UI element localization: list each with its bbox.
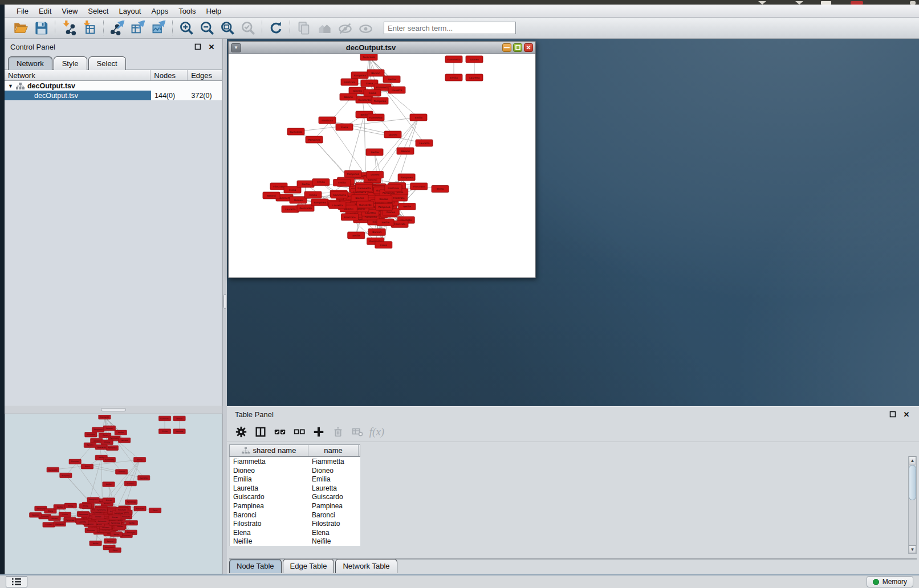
network-collection-icon [15,82,25,90]
svg-text:Filostrato: Filostrato [273,185,284,188]
col-nodes[interactable]: Nodes [151,70,188,80]
column-pane-icon[interactable] [251,423,270,440]
toolbar-separator [290,21,290,35]
maximize-window-icon[interactable] [513,43,522,52]
column-header-name[interactable]: name [308,445,359,456]
table-row[interactable]: Dioneo Dioneo [230,466,360,475]
zoom-out-icon[interactable] [197,19,217,36]
svg-text:Fiammetta: Fiammetta [447,58,460,61]
svg-text:Lauretta: Lauretta [332,204,343,207]
svg-text:Neifile: Neifile [371,151,379,154]
svg-text:Emilia: Emilia [68,505,73,507]
export-image-icon[interactable] [148,19,169,36]
search-input[interactable] [384,22,516,34]
table-row[interactable]: Fiammetta Fiammetta [230,457,360,466]
menu-apps[interactable]: Apps [147,5,174,17]
column-header-shared-name[interactable]: shared name [230,445,308,456]
float-table-panel-icon[interactable] [888,410,897,419]
tab-style[interactable]: Style [54,56,87,70]
scrollbar-thumb[interactable] [909,465,916,500]
svg-text:Emilia: Emilia [62,513,67,516]
menu-help[interactable]: Help [201,5,227,17]
tab-network[interactable]: Network [8,56,52,70]
tab-node-table[interactable]: Node Table [229,559,282,573]
export-table-icon[interactable] [128,19,148,36]
import-table-icon[interactable] [79,19,100,36]
scroll-down-icon[interactable]: ▼ [909,545,916,553]
minimize-window-icon[interactable]: — [502,43,511,52]
add-column-icon[interactable] [309,423,328,440]
birdseye-view[interactable]: FiammettaDioneoEmiliaLaurettaGuiscardoPa… [5,414,222,574]
export-network-icon[interactable] [107,19,128,36]
zoom-fit-icon[interactable] [217,19,238,36]
svg-text:Lauretta: Lauretta [469,76,479,79]
function-builder-icon: f(x) [367,423,387,440]
tree-caret-icon[interactable]: ▼ [5,83,15,89]
tab-edge-table[interactable]: Edge Table [283,559,335,573]
svg-text:Filostrato: Filostrato [344,216,356,219]
svg-text:Dioneo: Dioneo [95,516,101,518]
menu-tools[interactable]: Tools [173,5,201,17]
svg-text:Lauretta: Lauretta [419,142,429,145]
table-scrollbar[interactable]: ▲ ▼ [908,456,917,554]
table-row[interactable]: Neifile Neifile [230,537,360,546]
col-edges[interactable]: Edges [188,70,222,80]
settings-gear-icon[interactable] [231,423,251,440]
svg-text:Fiammetta: Fiammetta [376,86,389,89]
table-row[interactable]: Elena Elena [230,528,360,537]
table-row[interactable]: Emilia Emilia [230,475,360,484]
svg-text:Dioneo: Dioneo [176,418,182,420]
svg-text:Neifile: Neifile [352,234,360,237]
close-table-panel-icon[interactable]: ✕ [902,410,911,419]
import-network-icon[interactable] [59,19,79,36]
svg-text:Emilia: Emilia [104,441,109,443]
svg-text:Dioneo: Dioneo [294,199,302,202]
table-row[interactable]: Filostrato Filostrato [230,519,360,528]
refresh-layout-icon[interactable] [266,19,286,36]
svg-text:Pampinea: Pampinea [89,499,97,501]
svg-text:Dioneo: Dioneo [51,517,58,520]
window-menu-icon[interactable]: ▼ [231,43,241,52]
table-row[interactable]: Pampinea Pampinea [230,501,360,511]
svg-text:Guiscardo: Guiscardo [290,130,302,133]
svg-text:Emilia: Emilia [450,76,457,79]
network-child-label[interactable]: decOutput.tsv [5,91,151,100]
menu-file[interactable]: File [11,5,34,17]
col-network[interactable]: Network [5,70,151,80]
menu-select[interactable]: Select [83,5,113,17]
save-session-icon[interactable] [31,19,51,36]
table-row[interactable]: Baronci Baronci [230,511,360,520]
select-all-icon[interactable] [270,423,290,440]
delete-column-icon [328,423,348,440]
svg-text:Dioneo: Dioneo [371,173,379,176]
svg-text:Baronci: Baronci [32,514,39,516]
menu-view[interactable]: View [56,5,83,17]
tab-select[interactable]: Select [88,56,126,70]
open-file-icon[interactable] [10,19,31,36]
close-window-icon[interactable]: ✕ [524,43,533,52]
menu-layout[interactable]: Layout [113,5,146,17]
memory-button[interactable]: Memory [867,576,913,587]
float-panel-icon[interactable] [193,42,202,51]
scroll-up-icon[interactable]: ▲ [909,456,916,464]
table-row[interactable]: Lauretta Lauretta [230,484,360,493]
network-child-row[interactable]: decOutput.tsv 144(0) 372(0) [5,91,222,100]
tab-network-table[interactable]: Network Table [335,559,397,573]
network-window-titlebar[interactable]: ▼ decOutput.tsv — ✕ [229,42,535,54]
zoom-in-icon[interactable] [176,19,197,36]
close-panel-icon[interactable]: ✕ [207,42,216,51]
svg-text:Lauretta: Lauretta [285,208,295,211]
vertical-splitter[interactable] [222,39,227,574]
os-taskbar [0,0,919,5]
birdseye-graph[interactable]: FiammettaDioneoEmiliaLaurettaGuiscardoPa… [5,415,222,573]
deselect-all-icon[interactable] [290,423,309,440]
svg-text:Dioneo: Dioneo [106,499,112,501]
menu-edit[interactable]: Edit [34,5,56,17]
desktop-background: ▼ decOutput.tsv — ✕ FiammettaDioneoEmili… [227,39,919,406]
task-history-button[interactable] [6,576,27,587]
network-canvas[interactable]: FiammettaDioneoEmiliaLaurettaGuiscardoPa… [229,54,534,277]
network-root-row[interactable]: ▼ decOutput.tsv [5,81,222,91]
svg-text:Guiscardo: Guiscardo [100,416,109,418]
table-row[interactable]: Guiscardo Guiscardo [230,492,360,501]
horizontal-splitter[interactable] [5,406,222,414]
